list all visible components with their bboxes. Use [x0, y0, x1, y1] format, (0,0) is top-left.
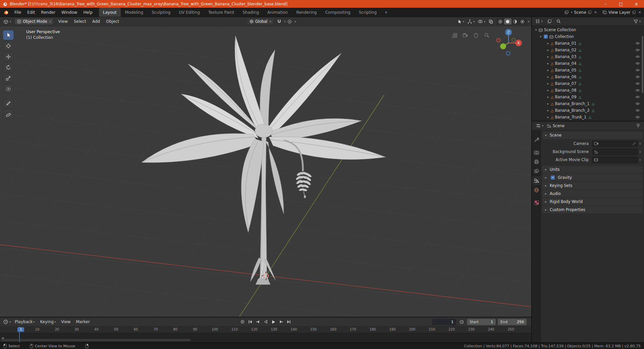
tab-scripting[interactable]: Scripting	[355, 8, 381, 17]
object-name[interactable]: Banana_06	[555, 74, 576, 79]
minimize-button[interactable]: –	[598, 0, 613, 8]
prev-keyframe-button[interactable]	[255, 318, 261, 325]
outliner-object-row[interactable]: ▸ △ Banana_Trunk_1 △	[532, 114, 644, 120]
gravity-checkbox[interactable]: ✓	[551, 176, 555, 180]
expand-icon[interactable]: ▸	[546, 55, 550, 58]
expand-icon[interactable]: ▸	[546, 115, 550, 119]
object-name[interactable]: Banana_Trunk_1	[555, 115, 586, 119]
jump-to-end-button[interactable]	[285, 318, 292, 325]
expand-icon[interactable]: ▸	[546, 89, 550, 92]
overlays-dropdown[interactable]: ▾	[477, 18, 487, 25]
outliner-scene-collection-row[interactable]: ▾ Scene Collection	[532, 27, 644, 33]
menu-edit[interactable]: Edit	[24, 8, 38, 17]
tab-texture-paint[interactable]: Texture Paint	[204, 8, 238, 17]
expand-icon[interactable]: ▸	[546, 102, 550, 105]
proportional-dropdown-icon[interactable]: ▾	[294, 20, 296, 23]
orientation-dropdown[interactable]: Global ▾	[247, 18, 274, 25]
expand-icon[interactable]: ▸	[546, 109, 550, 112]
tab-shading[interactable]: Shading	[238, 8, 263, 17]
custom-properties-panel-header[interactable]: ▸ Custom Properties	[542, 206, 643, 213]
jump-to-start-button[interactable]	[247, 318, 254, 325]
tab-output-properties[interactable]	[532, 157, 541, 166]
viewport-menu-select[interactable]: Select	[71, 17, 89, 26]
active-movie-clip-field[interactable]	[592, 157, 638, 163]
object-name[interactable]: Banana_05	[555, 68, 576, 72]
unlink-scene-icon[interactable]: ×	[594, 10, 597, 14]
shading-rendered-button[interactable]	[519, 18, 526, 24]
tab-modeling[interactable]: Modeling	[121, 8, 148, 17]
3d-viewport[interactable]: User Perspective (1) Collection	[0, 26, 531, 317]
visibility-eye-icon[interactable]	[635, 41, 640, 45]
pin-icon[interactable]	[635, 122, 641, 129]
properties-editor-type-button[interactable]: ▾	[535, 122, 545, 129]
viewport-menu-add[interactable]: Add	[90, 17, 103, 26]
menu-help[interactable]: Help	[80, 8, 95, 17]
collection-label[interactable]: Collection	[555, 34, 574, 39]
expand-icon[interactable]: ▸	[546, 75, 550, 79]
visibility-eye-icon[interactable]	[635, 88, 640, 92]
mode-dropdown[interactable]: Object Mode ▾	[14, 18, 53, 25]
outliner-object-row[interactable]: ▸ △ Banana_Branch_2 △	[532, 107, 644, 114]
move-tool[interactable]	[3, 52, 14, 61]
pan-hand-icon[interactable]	[472, 32, 480, 39]
select-box-tool[interactable]	[3, 30, 14, 40]
breadcrumb-label[interactable]: Scene	[553, 123, 565, 128]
browse-scene-icon[interactable]	[565, 10, 569, 14]
tab-animation[interactable]: Animation	[263, 8, 292, 17]
decorator-dot[interactable]	[638, 159, 642, 161]
collapse-icon[interactable]: ▾	[534, 28, 538, 32]
editor-type-button[interactable]: ▾	[2, 18, 12, 25]
play-button[interactable]	[270, 318, 277, 325]
frame-end-field[interactable]: End250	[498, 319, 527, 325]
object-name[interactable]: Banana_Branch_2	[555, 108, 589, 113]
decorator-dot[interactable]	[638, 143, 642, 145]
zoom-icon[interactable]	[483, 32, 490, 39]
object-name[interactable]: Banana_01	[555, 41, 576, 46]
object-name[interactable]: Banana_03	[555, 54, 576, 59]
close-button[interactable]: ×	[629, 0, 644, 8]
tab-rendering[interactable]: Rendering	[292, 8, 321, 17]
snap-dropdown-icon[interactable]: ▾	[284, 20, 285, 23]
play-reverse-button[interactable]	[262, 318, 269, 325]
outliner-editor-type-button[interactable]: ▾	[534, 18, 544, 25]
timeline-menu-view[interactable]: View	[58, 317, 73, 326]
tab-scene-properties[interactable]	[532, 176, 541, 185]
object-name[interactable]: Banana_Branch_1	[555, 101, 589, 106]
visibility-eye-icon[interactable]	[635, 48, 640, 52]
xray-toggle[interactable]	[487, 18, 494, 25]
background-scene-field[interactable]	[592, 149, 638, 155]
next-keyframe-button[interactable]	[278, 318, 284, 325]
object-name[interactable]: Banana_08	[555, 88, 576, 93]
timeline-ruler[interactable]: 1020304050607080901001101201301401501601…	[0, 327, 531, 333]
visibility-eye-icon[interactable]	[635, 68, 640, 72]
audio-panel-header[interactable]: ▸ Audio	[542, 190, 643, 197]
rotate-tool[interactable]	[3, 62, 14, 72]
object-name[interactable]: Banana_02	[555, 48, 576, 52]
view-layer-selector[interactable]: View Layer ×	[600, 8, 644, 17]
tab-sculpting[interactable]: Sculpting	[148, 8, 174, 17]
new-view-layer-icon[interactable]	[632, 10, 636, 14]
shading-dropdown-icon[interactable]: ▾	[528, 20, 529, 23]
collection-checkbox[interactable]: ✓	[544, 35, 548, 39]
decorator-dot[interactable]	[638, 151, 642, 153]
collapse-icon[interactable]: ▾	[539, 35, 543, 38]
scene-panel-header[interactable]: ▾ Scene	[542, 132, 643, 139]
expand-icon[interactable]: ▸	[546, 68, 550, 72]
expand-icon[interactable]: ▸	[546, 62, 550, 65]
snap-toggle[interactable]	[276, 18, 283, 25]
tab-texture-properties[interactable]	[532, 198, 541, 207]
outliner-object-row[interactable]: ▸ △ Banana_08 △	[532, 87, 644, 94]
scene-name[interactable]: Scene	[574, 10, 586, 15]
viewport-menu-object[interactable]: Object	[103, 17, 122, 26]
outliner-object-row[interactable]: ▸ △ Banana_07 △	[532, 80, 644, 87]
selectability-dropdown[interactable]: ▾	[456, 18, 466, 25]
cursor-tool[interactable]	[3, 41, 14, 51]
rigid-body-world-panel-header[interactable]: ▸ Rigid Body World	[542, 198, 643, 205]
transform-tool[interactable]	[3, 84, 14, 94]
object-name[interactable]: Banana_09	[555, 95, 576, 99]
outliner-object-row[interactable]: ▸ △ Banana_05 △	[532, 67, 644, 73]
measure-tool[interactable]	[3, 109, 14, 119]
auto-keying-toggle[interactable]	[239, 318, 246, 325]
tab-layout[interactable]: Layout	[99, 8, 121, 17]
outliner-object-row[interactable]: ▸ △ Banana_02 △	[532, 47, 644, 53]
